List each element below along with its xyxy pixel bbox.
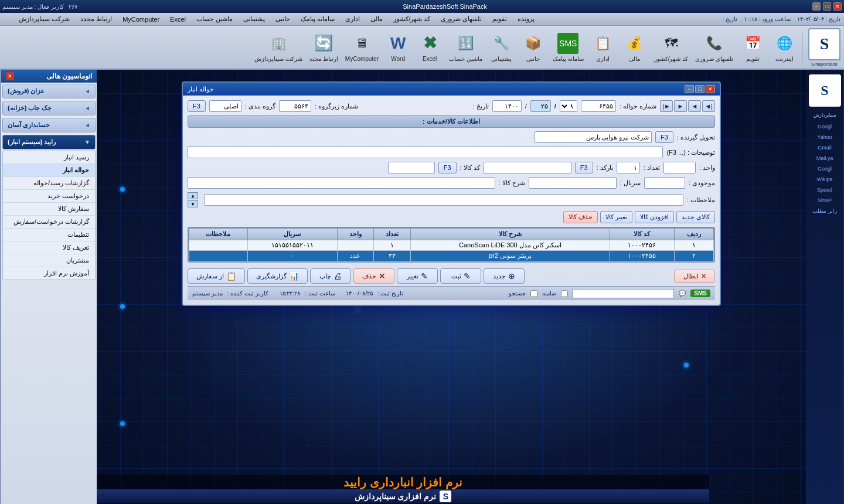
new-btn[interactable]: ⊕ جدید: [484, 268, 525, 284]
nav-prev-btn[interactable]: ◄: [688, 100, 701, 112]
new-product-btn[interactable]: کالای جدید: [676, 211, 715, 223]
close-btn[interactable]: ✕: [833, 2, 842, 11]
toolbar-excel-btn[interactable]: ✖ Excel: [414, 28, 445, 66]
from-order-btn[interactable]: 📋 از سفارش: [188, 268, 245, 284]
sidebar-link-speed[interactable]: Speed: [807, 186, 842, 194]
toolbar-janabi-btn[interactable]: 📦 حانبی: [518, 28, 549, 66]
add-product-btn[interactable]: افزودن کالا: [635, 211, 674, 223]
submenu-settings[interactable]: تنظیمات: [3, 229, 95, 241]
subgroup-input[interactable]: [279, 100, 311, 112]
count-input[interactable]: [617, 162, 640, 173]
toolbar-internet-btn[interactable]: 🌐 اینترنت: [769, 28, 799, 66]
menu-item-company[interactable]: [4, 18, 13, 21]
submenu-reports[interactable]: گزارشات رسید/حواله: [3, 177, 95, 190]
menu-item-mali[interactable]: مالی: [366, 14, 387, 24]
toolbar-edari-btn[interactable]: 📋 اداری: [588, 28, 618, 66]
menu-item-parvaneh[interactable]: پرونده: [513, 14, 539, 24]
receiver-f3-btn[interactable]: F3: [655, 131, 673, 143]
menu-item-janabi[interactable]: حانبی: [271, 14, 295, 24]
group-f3-btn[interactable]: F3: [188, 100, 206, 112]
print-btn[interactable]: 🖨 چاپ: [310, 268, 351, 284]
section-treasury[interactable]: ◄ جک جاب (خزانه): [2, 101, 96, 115]
report-btn[interactable]: 📊 گزارشگیری: [247, 268, 308, 284]
toolbar-tel-btn[interactable]: 📞 تلفنهای ضروری: [692, 28, 736, 66]
notes-input[interactable]: [204, 194, 683, 206]
date-month-select[interactable]: ۸: [560, 100, 577, 112]
minimize-btn[interactable]: −: [812, 2, 821, 11]
sidebar-link-sinap[interactable]: SinaP: [807, 196, 842, 205]
modal-max-btn[interactable]: □: [695, 85, 705, 93]
stock-input[interactable]: [644, 177, 685, 189]
menu-item-mycomputer[interactable]: ارتباط مجدد: [76, 14, 117, 24]
receiver-input[interactable]: [535, 131, 652, 143]
submenu-warehouse-invoice[interactable]: حواله انبار: [3, 164, 95, 177]
toolbar-word-btn[interactable]: W Word: [383, 28, 413, 66]
section-warehouse[interactable]: ▼ رایید (سیستم انبار): [2, 135, 96, 149]
desc-input[interactable]: [188, 147, 663, 158]
menu-item-sms[interactable]: سامانه پیامک: [296, 14, 339, 24]
table-row[interactable]: ۲۱۰۰۰۲۴۵۵پرینتر سونی pr2۳۳عدد۰: [189, 251, 714, 261]
nav-first-btn[interactable]: |◄: [702, 100, 715, 112]
guarantee-checkbox[interactable]: [561, 290, 568, 297]
modal-min-btn[interactable]: −: [685, 85, 694, 93]
date-year-input[interactable]: [492, 100, 522, 112]
delete-btn[interactable]: ✕ حذف: [353, 268, 394, 284]
product-name-input[interactable]: [188, 177, 495, 189]
product-code-f3-btn[interactable]: F3: [438, 162, 457, 173]
submenu-software-training[interactable]: آموزش نرم افزار: [3, 267, 95, 280]
unit-input[interactable]: [663, 162, 696, 173]
section-sales[interactable]: ◄ عزان (فروش): [2, 84, 96, 98]
right-panel-close-btn[interactable]: ✕: [6, 72, 14, 80]
menu-item-calc[interactable]: ماشین حساب: [192, 14, 237, 24]
cancel-btn[interactable]: ✕ ابطال: [674, 270, 715, 283]
sms-text-input[interactable]: [573, 289, 675, 298]
sidebar-link-google1[interactable]: Googl: [807, 122, 842, 131]
date-day-input[interactable]: [530, 100, 551, 112]
nav-next-btn[interactable]: ►: [674, 100, 687, 112]
menu-item-support[interactable]: پشتیبانی: [239, 14, 270, 24]
barcode-input[interactable]: [484, 162, 571, 173]
toolbar-calendar-btn[interactable]: 📅 تقویم: [737, 28, 768, 66]
section-accounting[interactable]: ◄ حسابداری آسان: [2, 118, 96, 132]
toolbar-mycomputer-btn[interactable]: 🖥 MyComputer: [342, 28, 382, 66]
menu-item-reconnect[interactable]: شرکت سیناپردازش: [14, 14, 74, 24]
nav-buttons[interactable]: |◄ ◄ ► ►|: [660, 100, 715, 112]
modal-controls[interactable]: ✕ □ −: [685, 85, 715, 93]
toolbar-company-btn[interactable]: 🏢 شرکت سیناپردازش: [251, 28, 305, 66]
menu-item-tel[interactable]: تلفنهای ضروری: [436, 14, 486, 24]
submenu-customers[interactable]: مشتریان: [3, 254, 95, 267]
toolbar-mali-btn[interactable]: 💰 مالی: [620, 28, 650, 66]
sidebar-link-google2[interactable]: Googl: [807, 165, 842, 173]
down-arrow-btn[interactable]: ▼: [188, 200, 198, 207]
submenu-order[interactable]: سفارش کالا: [3, 203, 95, 216]
toolbar-sms-btn[interactable]: SMS سامانه پیامک: [550, 28, 587, 66]
register-btn[interactable]: ✎ ثبت: [440, 268, 481, 284]
serial-input[interactable]: [529, 177, 617, 189]
submenu-purchase-request[interactable]: درخواست خرید: [3, 190, 95, 203]
group-value-input[interactable]: [209, 100, 241, 112]
invoice-input[interactable]: [581, 100, 616, 112]
delete-product-btn[interactable]: حذف کالا: [563, 211, 598, 223]
menu-item-word[interactable]: MyComputer: [118, 15, 164, 24]
nav-last-btn[interactable]: ►|: [660, 100, 673, 112]
menu-item-edari[interactable]: اداری: [341, 14, 365, 24]
submenu-order-reports[interactable]: گزارشات درخواست/سفارش: [3, 216, 95, 229]
up-arrow-btn[interactable]: ▲: [188, 192, 198, 199]
submenu-define-product[interactable]: تعریف کالا: [3, 241, 95, 254]
edit-product-btn[interactable]: تغییر کالا: [600, 211, 632, 223]
sidebar-link-mail[interactable]: Mail.ya: [807, 154, 842, 162]
modal-close-btn[interactable]: ✕: [706, 85, 715, 93]
title-bar-controls[interactable]: ✕ □ −: [812, 2, 842, 11]
sidebar-link-gmail[interactable]: Gmail: [807, 144, 842, 152]
toolbar-calc-btn[interactable]: 🔢 ماشین حساب: [446, 28, 485, 66]
sidebar-link-wiki[interactable]: Wikipe: [807, 175, 842, 183]
barcode-f3-btn[interactable]: F3: [575, 162, 593, 173]
submenu-warehouse-receipt[interactable]: رسید انبار: [3, 151, 95, 164]
toolbar-support-btn[interactable]: 🔧 پشتیبانی: [486, 28, 517, 66]
menu-item-excel[interactable]: Excel: [165, 15, 190, 24]
search-checkbox[interactable]: [530, 290, 537, 297]
product-code-input[interactable]: [388, 162, 435, 173]
edit-btn[interactable]: ✎ تغییر: [397, 268, 438, 284]
maximize-btn[interactable]: □: [823, 2, 831, 11]
sidebar-link-other[interactable]: رابر مطلب: [807, 207, 842, 215]
